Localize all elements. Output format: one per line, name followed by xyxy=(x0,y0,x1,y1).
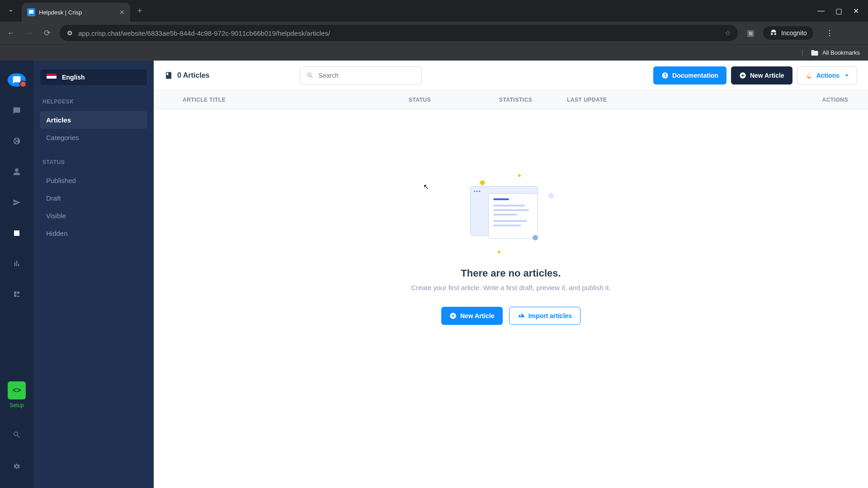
new-article-label: New Article xyxy=(750,72,784,79)
empty-state: ◆ ◆ ◆ ••• There are no articles. Create … xyxy=(154,109,868,488)
toolbar: 0 Articles Documentation New Article Act… xyxy=(154,61,868,90)
tab-close-icon[interactable]: ✕ xyxy=(119,9,125,16)
book-icon xyxy=(165,71,173,80)
empty-new-article-label: New Article xyxy=(460,312,495,319)
empty-new-article-button[interactable]: New Article xyxy=(441,307,503,325)
browser-menu-icon[interactable]: ⋮ xyxy=(821,29,839,38)
actions-label: Actions xyxy=(816,72,840,79)
incognito-badge[interactable]: Incognito xyxy=(763,26,813,40)
url-text: app.crisp.chat/website/6833ae5b-844d-4c9… xyxy=(78,29,330,37)
sparkle-icon: ◆ xyxy=(479,177,486,187)
actions-dropdown[interactable]: Actions xyxy=(797,66,857,84)
icon-rail: <> Setup xyxy=(0,61,33,488)
rail-settings-icon[interactable] xyxy=(8,457,26,475)
search-box[interactable] xyxy=(300,66,422,84)
tab-search-button[interactable] xyxy=(0,0,22,22)
forward-button[interactable]: → xyxy=(24,28,34,38)
browser-toolbar: ← → ⟳ ⚙ app.crisp.chat/website/6833ae5b-… xyxy=(0,22,868,44)
col-status: STATUS xyxy=(409,97,499,103)
search-icon xyxy=(307,72,314,79)
rail-campaigns-icon[interactable] xyxy=(8,196,26,209)
col-article-title: ARTICLE TITLE xyxy=(165,97,409,103)
incognito-label: Incognito xyxy=(781,29,807,37)
folder-icon xyxy=(811,49,819,57)
table-header: ARTICLE TITLE STATUS STATISTICS LAST UPD… xyxy=(154,90,868,109)
flame-icon xyxy=(806,72,813,79)
plus-circle-icon xyxy=(739,72,746,79)
col-statistics: STATISTICS xyxy=(499,97,567,103)
language-label: English xyxy=(62,74,85,81)
rail-globe-icon[interactable] xyxy=(8,135,26,148)
divider: | xyxy=(802,49,803,57)
minimize-icon[interactable]: — xyxy=(817,7,825,15)
illustration-dot xyxy=(548,193,554,198)
rail-analytics-icon[interactable] xyxy=(8,257,26,271)
sidebar-item-hidden[interactable]: Hidden xyxy=(40,225,147,242)
tab-title: Helpdesk | Crisp xyxy=(39,9,116,16)
main-content: 0 Articles Documentation New Article Act… xyxy=(154,61,868,488)
side-panel-icon[interactable]: ▣ xyxy=(745,28,756,38)
empty-illustration: ◆ ◆ ◆ ••• xyxy=(466,173,556,254)
address-bar[interactable]: ⚙ app.crisp.chat/website/6833ae5b-844d-4… xyxy=(60,25,738,41)
uk-flag-icon xyxy=(47,74,57,81)
sparkle-icon: ◆ xyxy=(497,249,501,254)
sidebar-item-draft[interactable]: Draft xyxy=(40,189,147,207)
language-selector[interactable]: English xyxy=(40,69,147,86)
site-settings-icon[interactable]: ⚙ xyxy=(67,29,73,37)
rail-helpdesk-icon[interactable] xyxy=(8,226,26,240)
article-count: 0 Articles xyxy=(165,71,209,80)
import-articles-label: Import articles xyxy=(528,312,572,319)
empty-title: There are no articles. xyxy=(461,267,561,279)
sidebar-item-published[interactable]: Published xyxy=(40,172,147,189)
window-controls: — ▢ ✕ xyxy=(817,7,868,15)
search-input[interactable] xyxy=(318,72,415,79)
rail-search-icon[interactable] xyxy=(8,426,26,444)
incognito-icon xyxy=(769,29,778,37)
browser-tab-strip: Helpdesk | Crisp ✕ + — ▢ ✕ xyxy=(0,0,868,22)
illustration-dots: ••• xyxy=(474,189,481,194)
sidebar: English HELPDESK Articles Categories STA… xyxy=(33,61,154,488)
illustration-dot xyxy=(533,235,538,240)
empty-subtitle: Create your first article. Write a first… xyxy=(411,284,611,291)
sidebar-item-categories[interactable]: Categories xyxy=(40,129,147,146)
col-last-update: LAST UPDATE xyxy=(567,97,657,103)
close-window-icon[interactable]: ✕ xyxy=(853,7,859,15)
setup-label: Setup xyxy=(8,402,26,408)
rail-contacts-icon[interactable] xyxy=(8,165,26,178)
import-articles-button[interactable]: Import articles xyxy=(509,307,580,325)
crisp-logo[interactable] xyxy=(8,73,26,87)
cloud-upload-icon xyxy=(518,312,525,319)
maximize-icon[interactable]: ▢ xyxy=(835,7,842,15)
reload-button[interactable]: ⟳ xyxy=(42,28,52,38)
sidebar-item-articles[interactable]: Articles xyxy=(40,111,147,129)
chat-bubble-icon xyxy=(12,75,21,84)
all-bookmarks-button[interactable]: All Bookmarks xyxy=(811,49,860,57)
browser-tab[interactable]: Helpdesk | Crisp ✕ xyxy=(22,3,130,22)
help-icon xyxy=(661,72,669,79)
sidebar-section-status: STATUS xyxy=(42,159,147,165)
rail-plugins-icon[interactable] xyxy=(8,287,26,301)
sidebar-section-helpdesk: HELPDESK xyxy=(42,99,147,105)
documentation-label: Documentation xyxy=(672,72,718,79)
new-tab-button[interactable]: + xyxy=(130,6,150,16)
back-button[interactable]: ← xyxy=(5,28,16,38)
all-bookmarks-label: All Bookmarks xyxy=(822,49,860,56)
code-icon: <> xyxy=(8,381,26,399)
col-actions: ACTIONS xyxy=(822,97,858,103)
plus-circle-icon xyxy=(449,312,457,319)
documentation-button[interactable]: Documentation xyxy=(653,66,726,84)
rail-setup[interactable]: <> Setup xyxy=(8,381,26,408)
new-article-button[interactable]: New Article xyxy=(731,66,793,84)
sidebar-item-visible[interactable]: Visible xyxy=(40,207,147,225)
tab-favicon-icon xyxy=(27,8,35,16)
rail-inbox-icon[interactable] xyxy=(8,104,26,117)
illustration-document xyxy=(488,193,538,239)
sparkle-icon: ◆ xyxy=(518,173,521,178)
article-count-text: 0 Articles xyxy=(177,71,209,80)
bookmark-star-icon[interactable]: ☆ xyxy=(725,29,731,37)
bookmarks-bar: | All Bookmarks xyxy=(0,44,868,61)
